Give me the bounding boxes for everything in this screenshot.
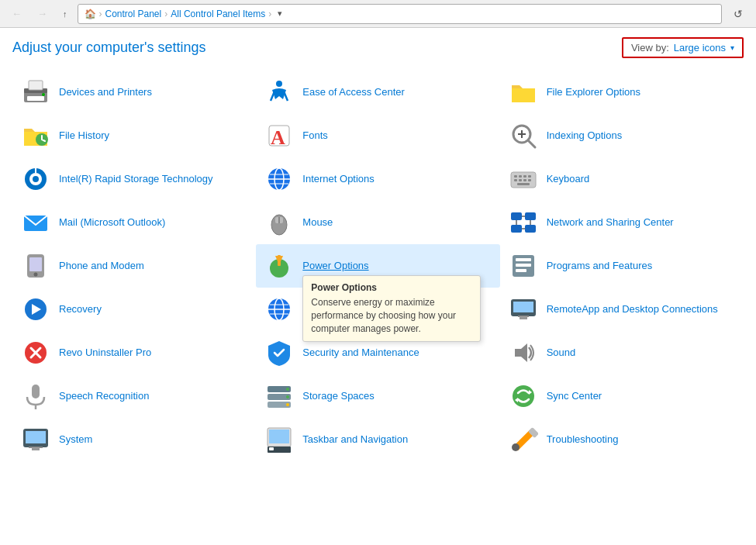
up-button[interactable]: ↑ xyxy=(57,7,73,21)
item-taskbar-navigation[interactable]: Taskbar and Navigation xyxy=(256,418,499,461)
view-by-box[interactable]: View by: Large icons ▾ xyxy=(622,37,744,58)
item-file-history[interactable]: File History xyxy=(12,114,256,157)
back-button[interactable]: ← xyxy=(6,5,27,22)
internet-options-icon xyxy=(264,164,295,195)
remoteapp-label: RemoteApp and Desktop Connections xyxy=(547,303,718,316)
item-system[interactable]: System xyxy=(12,418,256,461)
troubleshooting-icon xyxy=(508,424,539,455)
svg-point-74 xyxy=(286,403,289,406)
system-label: System xyxy=(59,433,92,447)
svg-rect-23 xyxy=(514,175,517,178)
item-intel-rapid-storage[interactable]: Intel(R) Rapid Storage Technology xyxy=(12,157,256,201)
breadcrumb-sep2: › xyxy=(164,9,167,19)
item-recovery[interactable]: Recovery xyxy=(12,288,256,331)
svg-point-46 xyxy=(34,273,38,277)
storage-spaces-label: Storage Spaces xyxy=(302,390,375,403)
network-sharing-icon xyxy=(508,207,539,238)
remoteapp-icon xyxy=(508,294,539,325)
svg-marker-66 xyxy=(515,343,527,362)
svg-rect-60 xyxy=(513,302,533,312)
svg-rect-39 xyxy=(525,225,536,233)
view-by-value[interactable]: Large icons xyxy=(674,42,726,53)
item-remoteapp[interactable]: RemoteApp and Desktop Connections xyxy=(500,288,744,331)
refresh-button[interactable]: ↺ xyxy=(727,5,750,22)
forward-button[interactable]: → xyxy=(32,5,53,22)
svg-rect-24 xyxy=(519,175,522,178)
recovery-icon xyxy=(20,294,51,325)
breadcrumb-sep3: › xyxy=(268,9,271,19)
programs-features-icon xyxy=(508,250,539,281)
breadcrumb-dropdown-button[interactable]: ▾ xyxy=(274,9,285,19)
item-programs-features[interactable]: Programs and Features xyxy=(500,244,744,288)
svg-point-72 xyxy=(286,388,289,391)
mouse-label: Mouse xyxy=(302,216,333,229)
page-title: Adjust your computer's settings xyxy=(12,40,206,56)
breadcrumb-all-items[interactable]: All Control Panel Items xyxy=(171,9,265,19)
svg-rect-67 xyxy=(32,385,40,398)
file-history-label: File History xyxy=(59,129,109,143)
power-options-label: Power Options xyxy=(302,260,368,273)
breadcrumb-control-panel[interactable]: Control Panel xyxy=(105,9,162,19)
devices-printers-label: Devices and Printers xyxy=(59,86,152,99)
power-options-tooltip: Power Options Conserve energy or maximiz… xyxy=(302,275,481,342)
address-bar: ← → ↑ 🏠 › Control Panel › All Control Pa… xyxy=(0,0,756,28)
item-file-explorer-options[interactable]: File Explorer Options xyxy=(500,71,744,114)
phone-modem-icon xyxy=(20,250,51,281)
power-options-icon xyxy=(264,250,295,281)
region-icon xyxy=(264,294,295,325)
item-revo-uninstaller[interactable]: Revo Uninstaller Pro xyxy=(12,331,256,374)
taskbar-navigation-icon xyxy=(264,424,295,455)
sync-center-icon xyxy=(508,381,539,412)
intel-rapid-storage-icon xyxy=(20,164,51,195)
tooltip-title: Power Options xyxy=(311,282,472,293)
item-power-options[interactable]: Power Options Power Options Conserve ene… xyxy=(256,244,499,288)
svg-rect-81 xyxy=(32,447,40,450)
internet-options-label: Internet Options xyxy=(302,173,375,186)
taskbar-navigation-label: Taskbar and Navigation xyxy=(302,433,408,447)
network-sharing-label: Network and Sharing Center xyxy=(547,216,674,229)
svg-rect-79 xyxy=(26,431,46,443)
main-content: Adjust your computer's settings View by:… xyxy=(0,28,756,545)
item-devices-printers[interactable]: Devices and Printers xyxy=(12,71,256,114)
mail-label: Mail (Microsoft Outlook) xyxy=(59,216,165,229)
svg-rect-45 xyxy=(29,257,42,271)
item-internet-options[interactable]: Internet Options xyxy=(256,157,499,201)
speech-recognition-icon xyxy=(20,381,51,412)
phone-modem-label: Phone and Modem xyxy=(59,260,144,273)
svg-rect-48 xyxy=(278,255,281,266)
control-panel-grid: Devices and Printers Ease of Access Cent… xyxy=(12,71,744,461)
item-indexing-options[interactable]: Indexing Options xyxy=(500,114,744,157)
fonts-label: Fonts xyxy=(302,129,328,143)
revo-uninstaller-label: Revo Uninstaller Pro xyxy=(59,347,151,360)
svg-rect-85 xyxy=(269,447,274,450)
item-sound[interactable]: Sound xyxy=(500,331,744,374)
svg-point-15 xyxy=(33,176,39,182)
fonts-icon: A xyxy=(264,120,295,151)
svg-rect-84 xyxy=(269,429,289,443)
item-storage-spaces[interactable]: Storage Spaces xyxy=(256,374,499,418)
item-keyboard[interactable]: Keyboard xyxy=(500,157,744,201)
item-phone-modem[interactable]: Phone and Modem xyxy=(12,244,256,288)
item-fonts[interactable]: A Fonts xyxy=(256,114,499,157)
item-ease-of-access[interactable]: Ease of Access Center xyxy=(256,71,499,114)
indexing-options-icon xyxy=(508,120,539,151)
svg-rect-51 xyxy=(516,264,531,267)
svg-rect-36 xyxy=(511,212,522,220)
file-explorer-options-icon xyxy=(508,77,539,108)
item-mail[interactable]: Mail (Microsoft Outlook) xyxy=(12,201,256,244)
item-speech-recognition[interactable]: Speech Recognition xyxy=(12,374,256,418)
sound-label: Sound xyxy=(547,347,576,360)
item-troubleshooting[interactable]: Troubleshooting xyxy=(500,418,744,461)
chevron-down-icon[interactable]: ▾ xyxy=(730,43,734,52)
sound-icon xyxy=(508,337,539,368)
svg-point-5 xyxy=(276,81,282,87)
view-by-label: View by: xyxy=(631,42,669,53)
svg-rect-26 xyxy=(528,175,531,178)
item-network-sharing[interactable]: Network and Sharing Center xyxy=(500,201,744,244)
item-mouse[interactable]: Mouse xyxy=(256,201,499,244)
speech-recognition-label: Speech Recognition xyxy=(59,390,149,403)
svg-rect-31 xyxy=(517,183,530,185)
breadcrumb-sep: › xyxy=(99,9,102,19)
item-sync-center[interactable]: Sync Center xyxy=(500,374,744,418)
sync-center-label: Sync Center xyxy=(547,390,602,403)
